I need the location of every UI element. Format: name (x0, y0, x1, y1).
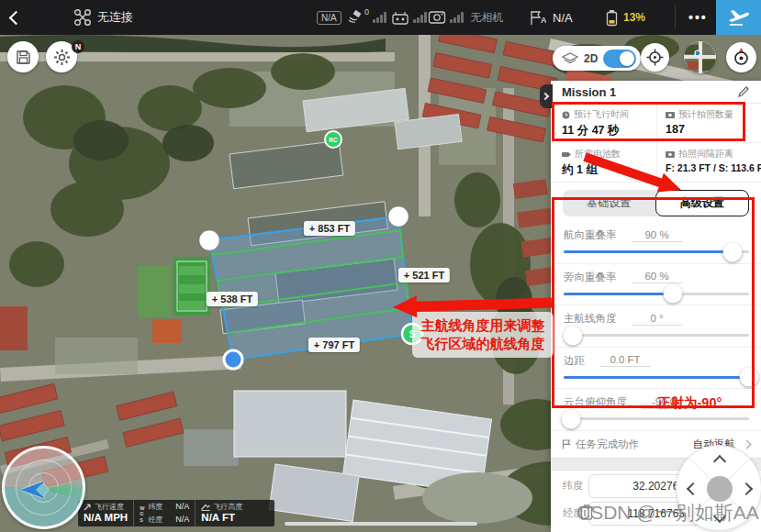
back-button[interactable] (11, 0, 21, 35)
slider-course-overlap: 航向重叠率90 % (551, 222, 761, 264)
battery-status[interactable]: 13% (606, 0, 645, 35)
interval-icon (666, 150, 675, 158)
waypoint-handle-top-left (199, 230, 219, 250)
camera-status[interactable]: 无相机 (428, 0, 504, 35)
waypoint-handle-top-right (388, 206, 408, 227)
delete-waypoint-button[interactable] (578, 503, 595, 521)
slider-gimbal-pitch: 云台俯仰角度-90.0 ° 正射为-90° (551, 389, 761, 431)
takeoff-airplane-icon (728, 7, 750, 28)
margin-value[interactable]: 0.0 FT (599, 354, 651, 367)
gps-status[interactable]: 0 (347, 0, 386, 35)
chevron-right-icon (542, 93, 549, 100)
svg-text:S: S (409, 329, 416, 339)
telemetry-altitude: 飞行高度 N/A FT (195, 500, 248, 526)
route-angle-value[interactable]: 0 ° (632, 313, 683, 326)
slider-track[interactable] (564, 250, 749, 253)
trash-icon (578, 503, 595, 521)
nudge-down-icon[interactable] (713, 510, 726, 523)
dpad-center[interactable] (707, 476, 733, 502)
save-mission-button[interactable] (7, 41, 39, 72)
nudge-up-icon[interactable] (713, 455, 726, 468)
flag-icon (562, 439, 571, 449)
nudge-left-icon[interactable] (687, 482, 699, 495)
rc-mode-status[interactable]: A N/A (529, 0, 573, 35)
course-overlap-value[interactable]: 90 % (632, 229, 683, 242)
datum-label: WGS (140, 502, 144, 526)
camera-signal-bars (450, 12, 464, 23)
camera-small-icon (666, 111, 675, 118)
map-2d-toggle[interactable] (603, 50, 636, 68)
rc-mode-value: N/A (553, 11, 573, 25)
telemetry-speed: 飞行速度 N/A MPH (78, 500, 133, 526)
layers-icon (562, 52, 578, 65)
route-start-marker: S (402, 324, 422, 344)
telemetry-bar: 飞行速度 N/A MPH WGS 纬度N/A 经度N/A 飞行高度 N/A FT (78, 500, 274, 526)
gps-signal-bars (373, 12, 386, 23)
camera-icon (428, 10, 446, 25)
attitude-compass[interactable] (2, 446, 85, 529)
side-overlap-value[interactable]: 60 % (632, 271, 683, 283)
edge-length-label: +521 FT (398, 268, 450, 283)
rc-status[interactable] (391, 0, 427, 35)
edge-length-label: +853 FT (304, 221, 355, 236)
cross-icon: + (212, 294, 218, 305)
altitude-icon (201, 504, 210, 511)
edge-length-label: +797 FT (308, 338, 360, 352)
cross-icon: + (404, 270, 409, 281)
compass-icon (731, 47, 752, 68)
stat-battery-count: 所需电池数 约 1 组 (551, 143, 656, 183)
clock-icon (562, 111, 570, 119)
slider-thumb[interactable] (564, 326, 583, 345)
map-mode-pill: 2D (553, 46, 641, 71)
slider-thumb[interactable] (740, 368, 759, 387)
speed-icon (84, 503, 92, 511)
slider-track[interactable] (564, 376, 749, 379)
nudge-dpad[interactable] (676, 445, 761, 531)
sidebar-collapse-tab[interactable] (540, 84, 553, 108)
slider-thumb[interactable] (722, 242, 742, 261)
compass-reset-button[interactable] (726, 42, 756, 72)
mission-panel: Mission 1 预计飞行时间 11 分 47 秒 预计拍照数量 187 (551, 81, 761, 532)
slider-route-angle: 主航线角度0 ° (551, 305, 761, 348)
top-status-bar: 无连接 N/A 0 (0, 0, 761, 35)
stat-flight-time: 预计飞行时间 11 分 47 秒 (551, 104, 656, 143)
stat-photo-count: 预计拍照数量 187 (656, 104, 761, 143)
battery-icon (606, 9, 618, 27)
cross-icon: + (309, 223, 315, 234)
flag-a-icon: A (529, 10, 546, 26)
edit-pencil-icon[interactable] (737, 85, 750, 98)
slider-track[interactable] (564, 417, 749, 420)
aircraft-status[interactable]: 无连接 (73, 0, 133, 35)
nudge-right-icon[interactable] (740, 482, 753, 495)
aircraft-heading-icon (21, 482, 43, 498)
tab-advanced-settings[interactable]: 高级设置 (655, 190, 750, 216)
rc-signal-bars (413, 12, 427, 23)
tab-basic-settings[interactable]: 基础设置 (563, 190, 655, 216)
settings-tabs: 基础设置 高级设置 (563, 190, 749, 216)
rc-location-marker: RC (325, 131, 341, 148)
home-indicator[interactable] (285, 522, 477, 526)
slider-thumb[interactable] (664, 284, 683, 304)
takeoff-button[interactable] (716, 0, 761, 35)
minimap-button[interactable] (684, 41, 716, 73)
minimap-thumbnail (684, 41, 716, 73)
slider-margin: 边距0.0 FT (551, 348, 761, 390)
slider-track[interactable] (564, 293, 749, 295)
map-mode-label: 2D (584, 52, 598, 65)
chevron-right-icon (743, 439, 752, 449)
more-menu-button[interactable]: ••• (688, 0, 708, 35)
mission-stats: 预计飞行时间 11 分 47 秒 预计拍照数量 187 所需电池数 约 1 组 (551, 104, 761, 183)
battery-percent: 13% (623, 11, 645, 24)
cross-icon: + (314, 339, 319, 350)
connection-status: 无连接 (97, 9, 133, 26)
camera-status-text: 无相机 (471, 10, 504, 26)
divider (675, 6, 676, 29)
satellite-icon (347, 10, 364, 25)
gimbal-annotation: 正射为-90° (657, 394, 722, 412)
compass-north-badge: N (72, 40, 84, 53)
slider-track[interactable] (564, 334, 749, 337)
slider-thumb[interactable] (562, 409, 581, 428)
locate-button[interactable] (641, 43, 669, 72)
app-root: S RC +853 FT +521 FT +538 FT +797 FT 无连接 (0, 0, 761, 532)
telemetry-position: WGS 纬度N/A 经度N/A (133, 500, 195, 526)
